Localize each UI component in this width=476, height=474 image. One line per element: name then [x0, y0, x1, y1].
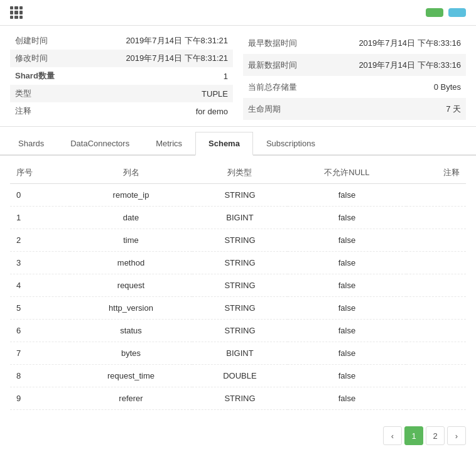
table-cell: remote_ip — [70, 184, 193, 207]
table-row: 2timeSTRINGfalse — [10, 229, 466, 252]
table-cell: 8 — [10, 365, 70, 387]
table-cell: 4 — [10, 274, 70, 297]
info-label: 创建时间 — [10, 32, 78, 50]
next-page-button[interactable]: › — [447, 426, 466, 445]
info-label: 最早数据时间 — [243, 32, 320, 54]
schema-column-header: 列名 — [70, 162, 193, 184]
info-value: 2019年7月14日 下午8:31:21 — [78, 32, 233, 50]
info-value: 2019年7月14日 下午8:33:16 — [320, 32, 466, 54]
table-cell — [406, 229, 466, 252]
table-cell: STRING — [192, 184, 287, 207]
table-cell: false — [288, 207, 407, 229]
info-value: 7 天 — [320, 98, 466, 120]
info-label: 注释 — [10, 102, 78, 120]
header-buttons — [426, 8, 466, 17]
info-value: for demo — [78, 102, 233, 120]
table-cell: false — [288, 342, 407, 365]
table-cell: false — [288, 387, 407, 410]
table-cell: 6 — [10, 320, 70, 342]
page-title-area — [10, 6, 29, 19]
table-cell: false — [288, 184, 407, 207]
table-cell: STRING — [192, 387, 287, 410]
tab-dataconnectors[interactable]: DataConnectors — [57, 132, 143, 156]
table-cell: request_time — [70, 365, 193, 387]
table-cell: false — [288, 365, 407, 387]
table-cell: 5 — [10, 297, 70, 320]
table-row: 1dateBIGINTfalse — [10, 207, 466, 229]
schema-column-header: 列类型 — [192, 162, 287, 184]
table-cell: BIGINT — [192, 207, 287, 229]
info-label: 修改时间 — [10, 50, 78, 67]
dataconnector-button[interactable] — [448, 8, 466, 17]
table-cell: STRING — [192, 252, 287, 274]
table-row: 8request_timeDOUBLEfalse — [10, 365, 466, 387]
info-value: TUPLE — [78, 85, 233, 102]
info-label: 类型 — [10, 85, 78, 102]
info-table-left: 创建时间2019年7月14日 下午8:31:21修改时间2019年7月14日 下… — [10, 32, 233, 120]
table-cell — [406, 274, 466, 297]
table-cell: 9 — [10, 387, 70, 410]
table-row: 7bytesBIGINTfalse — [10, 342, 466, 365]
schema-column-header: 不允许NULL — [288, 162, 407, 184]
info-value: 2019年7月14日 下午8:33:16 — [320, 54, 466, 76]
table-cell: false — [288, 252, 407, 274]
table-cell: false — [288, 297, 407, 320]
table-cell: 0 — [10, 184, 70, 207]
table-cell: DOUBLE — [192, 365, 287, 387]
table-cell: false — [288, 320, 407, 342]
table-cell — [406, 387, 466, 410]
table-cell: referer — [70, 387, 193, 410]
table-cell: STRING — [192, 320, 287, 342]
page-number-button[interactable]: 1 — [404, 426, 423, 445]
info-value: 2019年7月14日 下午8:31:21 — [78, 50, 233, 67]
page-number-button[interactable]: 2 — [426, 426, 445, 445]
table-cell — [406, 320, 466, 342]
info-label: 生命周期 — [243, 98, 320, 120]
tab-shards[interactable]: Shards — [5, 132, 57, 156]
tab-schema[interactable]: Schema — [195, 132, 253, 156]
schema-table: 序号列名列类型不允许NULL注释 0remote_ipSTRINGfalse1d… — [10, 162, 466, 410]
table-cell — [406, 342, 466, 365]
subscription-button[interactable] — [426, 8, 443, 17]
info-section: 创建时间2019年7月14日 下午8:31:21修改时间2019年7月14日 下… — [0, 26, 476, 127]
schema-column-header: 序号 — [10, 162, 70, 184]
table-row: 6statusSTRINGfalse — [10, 320, 466, 342]
table-cell: date — [70, 207, 193, 229]
table-row: 5http_versionSTRINGfalse — [10, 297, 466, 320]
table-cell: 2 — [10, 229, 70, 252]
table-cell: 3 — [10, 252, 70, 274]
info-label: 最新数据时间 — [243, 54, 320, 76]
table-row: 3methodSTRINGfalse — [10, 252, 466, 274]
table-cell: 7 — [10, 342, 70, 365]
table-cell — [406, 207, 466, 229]
table-cell: status — [70, 320, 193, 342]
schema-section: 序号列名列类型不允许NULL注释 0remote_ipSTRINGfalse1d… — [0, 162, 476, 420]
table-cell: 1 — [10, 207, 70, 229]
tab-metrics[interactable]: Metrics — [143, 132, 195, 156]
grid-icon — [10, 6, 23, 19]
table-cell: STRING — [192, 229, 287, 252]
schema-column-header: 注释 — [406, 162, 466, 184]
table-cell — [406, 297, 466, 320]
pagination: ‹ 12 › — [0, 420, 476, 451]
prev-page-button[interactable]: ‹ — [383, 426, 402, 445]
page-header — [0, 0, 476, 26]
table-cell — [406, 365, 466, 387]
table-cell: false — [288, 229, 407, 252]
table-cell: time — [70, 229, 193, 252]
table-cell — [406, 184, 466, 207]
info-value: 1 — [78, 67, 233, 85]
table-cell: BIGINT — [192, 342, 287, 365]
info-value: 0 Bytes — [320, 76, 466, 98]
table-row: 9refererSTRINGfalse — [10, 387, 466, 410]
info-label: 当前总存储量 — [243, 76, 320, 98]
table-cell: request — [70, 274, 193, 297]
table-cell: method — [70, 252, 193, 274]
table-cell: STRING — [192, 297, 287, 320]
table-cell: false — [288, 274, 407, 297]
table-cell: bytes — [70, 342, 193, 365]
tab-subscriptions[interactable]: Subscriptions — [253, 132, 328, 156]
info-table-right: 最早数据时间2019年7月14日 下午8:33:16最新数据时间2019年7月1… — [243, 32, 466, 120]
table-row: 0remote_ipSTRINGfalse — [10, 184, 466, 207]
table-cell: STRING — [192, 274, 287, 297]
